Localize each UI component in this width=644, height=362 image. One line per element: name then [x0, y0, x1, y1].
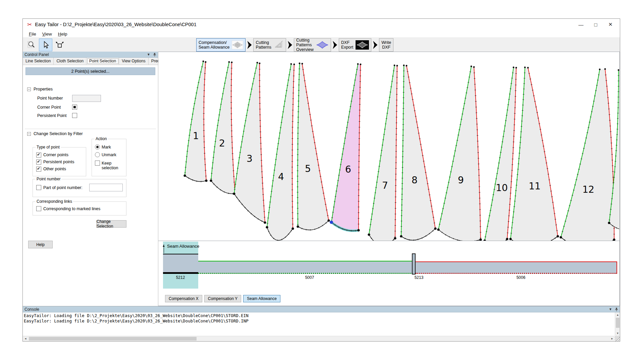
collapse-icon[interactable]: − — [27, 87, 31, 91]
corner-points-label: Corner points — [43, 153, 68, 157]
type-of-point-group: Type of point Corner points Persistent p… — [33, 147, 86, 176]
svg-text:2: 2 — [219, 138, 225, 149]
seam-allowance-panel-label: Seam Allowance — [167, 244, 199, 249]
svg-text:10: 10 — [496, 182, 508, 193]
unmark-radio[interactable] — [95, 152, 100, 157]
svg-text:12: 12 — [582, 184, 594, 195]
point-number-field[interactable] — [72, 95, 101, 102]
resize-grip[interactable] — [615, 336, 620, 341]
help-button[interactable]: Help — [28, 241, 53, 248]
close-button[interactable]: ✕ — [603, 19, 618, 29]
segment-label-5213: 5213 — [415, 275, 424, 280]
scroll-down-icon[interactable]: ▼ — [615, 331, 620, 336]
compensation-y-button[interactable]: Compensation Y — [204, 295, 241, 302]
workflow-write-dxf[interactable]: Write DXF — [379, 38, 393, 52]
select-tool-button[interactable] — [39, 39, 52, 51]
segment-5213-bar[interactable] — [412, 253, 416, 275]
workflow-arrow-icon — [288, 41, 292, 49]
vertical-scrollbar[interactable]: ▲ ▼ — [615, 312, 620, 336]
compensation-x-button[interactable]: Compensation X — [165, 295, 202, 302]
svg-text:7: 7 — [382, 180, 388, 191]
tab-point-selection[interactable]: Point Selection — [87, 58, 119, 65]
horizontal-scrollbar[interactable]: ◄ ► — [23, 336, 615, 341]
workflow-cutting-patterns[interactable]: Cutting Patterns — [253, 38, 286, 52]
seam-allowance-panel: Seam Allowance 5212 5007 5213 5006 Compe… — [158, 241, 620, 306]
keep-selection-checkbox[interactable] — [95, 161, 100, 166]
control-panel-title: Control Panel — [24, 52, 49, 57]
console-header: Console ▼ — [23, 306, 620, 312]
title-bar: ✂ Easy Tailor - D:\2_Projekte\Easy\2020\… — [23, 19, 620, 30]
collapse-icon[interactable]: − — [27, 132, 31, 136]
maximize-button[interactable]: □ — [588, 19, 603, 29]
keep-selection-label: Keep selection — [102, 161, 126, 170]
segment-5212-bar[interactable] — [163, 254, 198, 274]
svg-text:9: 9 — [458, 175, 464, 186]
part-of-point-number-checkbox[interactable] — [36, 185, 41, 190]
menu-file[interactable]: File — [26, 31, 39, 37]
svg-text:5: 5 — [305, 163, 311, 174]
scroll-left-icon[interactable]: ◄ — [23, 336, 28, 341]
filter-section-header: − Change Selection by Filter — [27, 131, 83, 136]
horizontal-scroll-thumb[interactable] — [29, 337, 197, 341]
persistent-point-checkbox[interactable] — [72, 113, 77, 118]
dxf-export-icon — [356, 40, 369, 50]
menu-view[interactable]: View — [39, 31, 55, 37]
corner-points-checkbox[interactable] — [36, 153, 41, 158]
minimize-button[interactable]: — — [574, 19, 588, 29]
segment-5007-bar[interactable] — [198, 261, 413, 274]
pin-icon[interactable] — [615, 307, 618, 311]
action-group: Action Mark Unmark Keep selection — [92, 139, 126, 176]
part-of-point-number-field[interactable] — [89, 184, 123, 191]
svg-text:8: 8 — [412, 175, 418, 186]
menu-help[interactable]: Help — [55, 31, 70, 37]
workflow-cutting-patterns-overview[interactable]: Cutting Patterns Overview — [294, 38, 331, 52]
patterns-overview-icon — [316, 41, 329, 49]
scroll-right-icon[interactable]: ► — [609, 336, 615, 341]
other-points-checkbox[interactable] — [36, 167, 41, 172]
seam-allowance-button[interactable]: Seam Allowance — [243, 295, 280, 302]
segment-label-5006: 5006 — [517, 275, 526, 280]
workflow-dxf-export[interactable]: DXF Export — [339, 38, 371, 52]
persistent-points-label: Persistent points — [43, 160, 74, 164]
segment-label-5007: 5007 — [305, 275, 314, 280]
axis-arrow-icon — [164, 244, 164, 253]
vertical-scroll-thumb[interactable] — [616, 318, 620, 328]
tab-line-selection[interactable]: Line Selection — [23, 58, 54, 65]
control-panel-tabs: Line Selection Cloth Selection Point Sel… — [23, 58, 158, 65]
workflow-strip: Compensation/ Seam Allowance — [196, 38, 394, 52]
control-panel-header: Control Panel ▼ — [23, 52, 158, 58]
control-panel: Control Panel ▼ Line Selection Cloth Sel… — [23, 52, 158, 306]
properties-section-header: − Properties — [27, 87, 53, 92]
console-log: EasyTailor: Loading file D:\2_Projekte\E… — [24, 313, 614, 336]
console-line: EasyTailor: Loading file D:\2_Projekte\E… — [24, 318, 614, 324]
scroll-up-icon[interactable]: ▲ — [615, 312, 620, 317]
svg-text:1: 1 — [193, 130, 199, 141]
magnifier-icon — [28, 41, 36, 49]
pin-icon[interactable] — [153, 53, 156, 57]
zoom-tool-button[interactable] — [25, 39, 38, 51]
console-panel: Console ▼ EasyTailor: Loading file D:\2_… — [23, 306, 620, 341]
part-of-point-number-label: Part of point number: — [43, 185, 83, 190]
change-selection-button[interactable]: Change Selection — [96, 220, 126, 228]
tab-cloth-selection[interactable]: Cloth Selection — [54, 58, 87, 65]
zoom-extents-button[interactable] — [53, 39, 66, 51]
window-title: Easy Tailor - D:\2_Projekte\Easy\2020\03… — [35, 22, 196, 27]
divider — [25, 129, 156, 129]
chevron-down-icon[interactable]: ▼ — [609, 307, 612, 311]
corner-point-checkbox[interactable] — [72, 105, 77, 110]
cutting-patterns-icon — [274, 41, 284, 49]
tab-view-options[interactable]: View Options — [119, 58, 148, 65]
pattern-canvas[interactable]: 123456789101112 — [158, 52, 620, 241]
chevron-down-icon[interactable]: ▼ — [147, 53, 150, 56]
toolbar: Compensation/ Seam Allowance — [23, 38, 620, 52]
unmark-label: Unmark — [102, 153, 116, 157]
pattern-pieces-drawing: 123456789101112 — [158, 52, 619, 241]
segment-label-5212: 5212 — [176, 275, 185, 280]
selection-status-banner: 2 Point(s) selected... — [25, 67, 155, 75]
other-points-label: Other points — [43, 167, 66, 171]
persistent-points-checkbox[interactable] — [36, 160, 41, 165]
corresponding-to-marked-lines-checkbox[interactable] — [36, 206, 41, 211]
mark-radio[interactable] — [95, 144, 100, 149]
workflow-compensation-seam-allowance[interactable]: Compensation/ Seam Allowance — [196, 38, 246, 52]
segment-5006-bar[interactable] — [416, 261, 617, 274]
